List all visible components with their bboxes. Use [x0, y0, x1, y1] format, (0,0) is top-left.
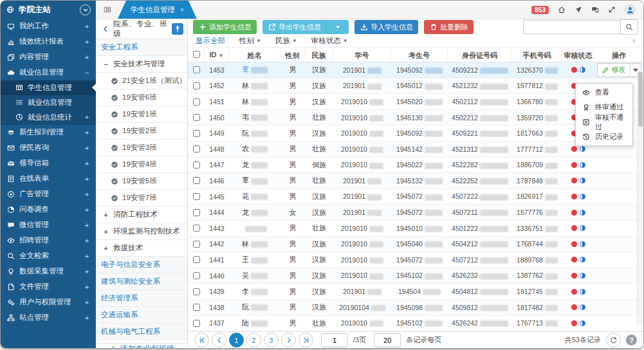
sidebar-item-用户与权限管理[interactable]: 用户与权限管理+ [1, 295, 96, 310]
col-id[interactable]: ID ▼ [205, 48, 229, 63]
import-student-button[interactable]: 导入学生信息 [354, 20, 418, 34]
sidebar-item-广告管理[interactable]: 广告管理+ [1, 187, 96, 202]
cell-name[interactable]: 林 [229, 81, 281, 91]
prev-page-button[interactable] [212, 333, 226, 347]
tree-node-19安管2班[interactable]: 19安管2班 [96, 123, 187, 140]
col-phone[interactable]: 手机号码 [512, 48, 562, 62]
refresh-button[interactable] [606, 333, 621, 347]
col-status[interactable]: 审核状态 [562, 48, 594, 62]
sidebar-item-绩效统计报表[interactable]: 绩效统计报表+ [1, 34, 96, 50]
row-checkbox[interactable] [193, 256, 200, 263]
edit-button[interactable]: 修改 [598, 64, 630, 77]
col-name[interactable]: 姓名 [229, 48, 281, 62]
tree-toggle-icon[interactable]: + [102, 244, 109, 252]
row-checkbox[interactable] [193, 114, 200, 121]
tree-node-机械与电气工程系[interactable]: 机械与电气工程系 [96, 324, 187, 340]
sidebar-item-便民咨询[interactable]: 便民咨询+ [1, 140, 96, 156]
tree-node-19安管4班[interactable]: 19安管4班 [96, 156, 187, 173]
tree-node-建筑与测绘安全系[interactable]: 建筑与测绘安全系 [96, 273, 187, 290]
cell-name[interactable]: 农 [229, 144, 281, 154]
cell-name[interactable]: 覃 [229, 65, 281, 75]
scrollbar-thumb[interactable] [638, 72, 643, 127]
tree-node-19安管3班[interactable]: 19安管3班 [96, 140, 187, 156]
search-input[interactable] [523, 20, 620, 34]
page-button-1[interactable]: 1 [229, 333, 244, 347]
sidebar-header[interactable]: 学院主站 [1, 1, 96, 19]
row-checkbox[interactable] [193, 82, 200, 89]
filter-audit-status[interactable]: 审核状态▼ [311, 36, 348, 46]
row-checkbox[interactable] [193, 98, 200, 106]
table-row[interactable]: 1447龙男侗族2019010194502245222821886709 [188, 158, 643, 174]
add-student-button[interactable]: 添加学生信息 [193, 20, 257, 34]
col-gender[interactable]: 性别 [281, 48, 305, 62]
tree-toggle-icon[interactable]: − [102, 60, 109, 68]
export-student-button[interactable]: 导出学生信息 [262, 20, 326, 34]
tree-toggle-icon[interactable]: + [102, 228, 109, 235]
sidebar-item-问卷调查[interactable]: 问卷调查+ [1, 202, 96, 217]
fullscreen-icon[interactable] [607, 6, 616, 14]
sidebar-item-在线表单[interactable]: 在线表单+ [1, 171, 96, 187]
send-icon[interactable] [574, 6, 582, 14]
cell-name[interactable]: 陆 [229, 318, 281, 328]
avatar[interactable] [624, 4, 636, 15]
row-checkbox[interactable] [193, 241, 200, 248]
tree-node-消防工程技术[interactable]: +消防工程技术 [96, 207, 187, 223]
tab-close-icon[interactable]: × [180, 6, 184, 14]
select-all-checkbox[interactable] [193, 51, 200, 58]
export-dropdown-caret[interactable] [326, 20, 349, 34]
row-checkbox[interactable] [193, 66, 200, 73]
table-row[interactable]: 1453覃男汉族201901194509245092121326370修改 [188, 62, 643, 78]
row-checkbox[interactable] [193, 225, 200, 232]
search-button[interactable] [620, 19, 638, 35]
tree-node-安全工程系[interactable]: 安全工程系 [96, 39, 187, 56]
home-icon[interactable] [557, 6, 566, 14]
table-row[interactable]: 1442林男汉族2019010194504045042121768744 [188, 237, 643, 253]
sidebar-item-我的工作[interactable]: 我的工作+ [1, 19, 96, 34]
menu-item-审核不通过[interactable]: 审核不通过 [576, 115, 632, 129]
row-checkbox[interactable] [193, 145, 200, 152]
next-page-button[interactable] [281, 333, 296, 347]
cell-name[interactable]: 龙 [229, 160, 281, 170]
col-id-card[interactable]: 身份证号码 [448, 48, 512, 62]
cell-name[interactable]: 阮 [229, 129, 281, 138]
row-checkbox[interactable] [193, 177, 200, 184]
table-row[interactable]: 1441王男汉族2019010194507245072121889768 [188, 252, 643, 268]
filter-ethnic[interactable]: 民族▼ [275, 36, 297, 46]
page-button-2[interactable]: 2 [246, 333, 261, 347]
tree-node-19安管5班[interactable]: 19安管5班 [96, 173, 187, 190]
row-checkbox[interactable] [193, 320, 200, 327]
cell-name[interactable] [229, 225, 281, 232]
tree-node-环境监测与控制技术[interactable]: +环境监测与控制技术 [96, 223, 187, 240]
col-ethnic[interactable]: 民族 [305, 48, 333, 62]
sidebar-item-微信管理[interactable]: 微信管理+ [1, 217, 96, 233]
panel-toggle-icon[interactable] [101, 5, 114, 15]
help-button[interactable]: ? [626, 335, 637, 345]
sidebar-item-全文检索[interactable]: 全文检索+ [1, 248, 96, 264]
col-student-no[interactable]: 学号 [333, 48, 391, 62]
sidebar-item-新生报到管理[interactable]: 新生报到管理+ [1, 125, 96, 140]
filter-gender[interactable]: 性别▼ [239, 36, 261, 46]
sidebar-item-招聘管理[interactable]: 招聘管理+ [1, 233, 96, 248]
tree-node-19安管6班[interactable]: 19安管6班 [96, 89, 187, 106]
tree-node-电子与信息安全系[interactable]: 电子与信息安全系 [96, 257, 187, 273]
tree-toggle-icon[interactable]: + [102, 211, 109, 219]
table-row[interactable]: 1444龙女汉族201901194507245072111577776 [188, 205, 643, 221]
page-button-3[interactable]: 3 [264, 333, 279, 347]
row-checkbox[interactable] [193, 193, 200, 200]
sidebar-subitem-学生信息管理[interactable]: 学生信息管理 [1, 80, 96, 95]
tree-node-19安管7班[interactable]: 19安管7班 [96, 190, 187, 207]
cell-name[interactable]: 韦 [229, 113, 281, 122]
filter-show-all[interactable]: 显示全部 [196, 36, 225, 46]
cell-name[interactable]: 阮 [229, 302, 281, 312]
batch-delete-button[interactable]: 批量删除 [424, 20, 474, 34]
table-row[interactable]: 1437陆男壮族2019010194510245262421767713 [188, 316, 643, 332]
sidebar-subitem-就业信息管理[interactable]: 就业信息管理 [1, 95, 96, 110]
cell-name[interactable]: 覃 [229, 176, 281, 185]
sidebar-item-数据采集管理[interactable]: 数据采集管理+ [1, 264, 96, 279]
tab-student-info[interactable]: 学生信息管理 × [118, 1, 197, 19]
sidebar-item-就业信息管理[interactable]: 就业信息管理− [1, 65, 96, 80]
table-row[interactable]: 1440吴男汉族2019010194510245262321387762 [188, 268, 643, 284]
add-major-class-button[interactable]: 添加专业和班级 [96, 343, 187, 349]
sidebar-item-文件管理[interactable]: 文件管理+ [1, 279, 96, 295]
sidebar-subitem-就业信息统计[interactable]: 就业信息统计+ [1, 110, 96, 125]
